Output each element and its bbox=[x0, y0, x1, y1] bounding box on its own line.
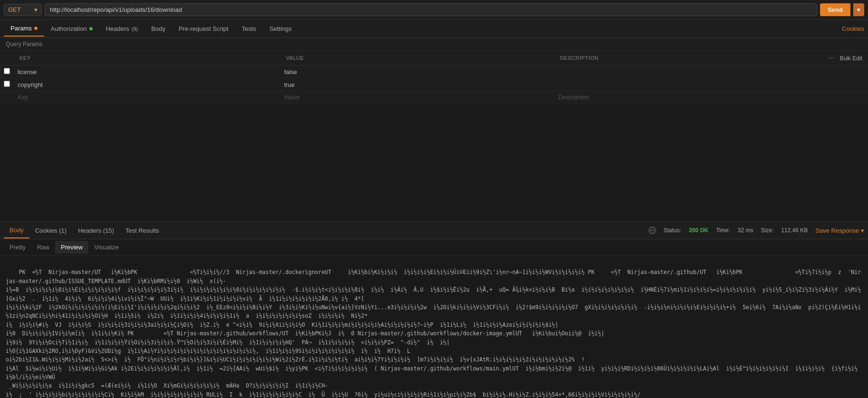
cookies-tab-label: Cookies bbox=[35, 227, 57, 234]
col-header-key: KEY bbox=[14, 51, 280, 66]
empty-area bbox=[0, 104, 868, 221]
request-tabs: Params Authorization Headers (9) Body Pr… bbox=[0, 20, 868, 38]
desc-placeholder: Description bbox=[558, 94, 589, 101]
size-value: 112.46 KB bbox=[781, 227, 808, 234]
response-tab-headers[interactable]: Headers (15) bbox=[72, 223, 120, 238]
save-response-chevron-icon: ▾ bbox=[861, 227, 864, 234]
tab-headers-label: Headers bbox=[106, 25, 129, 32]
tab-authorization[interactable]: Authorization bbox=[44, 21, 99, 36]
row2-key[interactable]: copyright bbox=[14, 78, 280, 91]
tab-params[interactable]: Params bbox=[4, 21, 44, 37]
row1-description[interactable] bbox=[554, 66, 822, 78]
tab-headers[interactable]: Headers (9) bbox=[99, 21, 145, 36]
method-chevron-icon: ▾ bbox=[34, 6, 38, 13]
globe-icon bbox=[649, 227, 656, 234]
row2-actions bbox=[822, 78, 868, 91]
tab-params-label: Params bbox=[10, 25, 32, 32]
table-row: copyright true bbox=[0, 78, 868, 91]
response-bar: Body Cookies (1) Headers (15) Test Resul… bbox=[0, 221, 868, 239]
row2-checkbox-cell[interactable] bbox=[0, 78, 14, 91]
empty-desc-input[interactable]: Description bbox=[554, 91, 822, 104]
tab-settings-label: Settings bbox=[269, 25, 292, 32]
table-row-empty: Key Value Description bbox=[0, 91, 868, 104]
tab-authorization-label: Authorization bbox=[51, 25, 87, 32]
query-params-header: Query Params bbox=[0, 38, 868, 51]
cookies-tab-count: (1) bbox=[59, 227, 67, 234]
value-placeholder: Value bbox=[284, 94, 300, 101]
response-tab-test-results[interactable]: Test Results bbox=[120, 223, 165, 238]
col-header-description: DESCRIPTION bbox=[554, 51, 822, 66]
size-label: Size: bbox=[761, 227, 773, 234]
empty-key-input[interactable]: Key bbox=[14, 91, 280, 104]
tab-prerequest-label: Pre-request Script bbox=[179, 25, 229, 32]
status-label: Status: bbox=[664, 227, 681, 234]
view-tab-visualize[interactable]: Visualize bbox=[88, 241, 124, 254]
method-selector[interactable]: GET ▾ bbox=[4, 4, 42, 16]
empty-value-input[interactable]: Value bbox=[280, 91, 554, 104]
tab-tests[interactable]: Tests bbox=[235, 21, 263, 36]
send-button[interactable]: Send bbox=[820, 3, 850, 16]
row1-value[interactable]: false bbox=[280, 66, 554, 78]
params-table: KEY VALUE DESCRIPTION ··· Bulk Edit lice… bbox=[0, 51, 868, 104]
send-dropdown-button[interactable]: ▾ bbox=[853, 3, 864, 16]
col-header-value: VALUE bbox=[280, 51, 554, 66]
tab-tests-label: Tests bbox=[242, 25, 256, 32]
row1-checkbox-cell[interactable] bbox=[0, 66, 14, 78]
more-options-button[interactable]: ··· bbox=[828, 54, 834, 62]
response-tab-cookies[interactable]: Cookies (1) bbox=[29, 223, 72, 238]
cookies-link[interactable]: Cookies bbox=[842, 25, 864, 32]
view-tab-preview[interactable]: Preview bbox=[55, 241, 88, 254]
headers-tab-count: (15) bbox=[103, 227, 114, 234]
response-text: PK <½T Nirjas-master/UT i½Ki½bPK <½Ti½i½… bbox=[6, 269, 864, 398]
tab-prerequest[interactable]: Pre-request Script bbox=[172, 21, 235, 36]
row1-actions bbox=[822, 66, 868, 78]
app-layout: GET ▾ Send ▾ Params Authorization Header… bbox=[0, 0, 868, 398]
row2-value[interactable]: true bbox=[280, 78, 554, 91]
url-bar: GET ▾ Send ▾ bbox=[0, 0, 868, 20]
row1-key[interactable]: license bbox=[14, 66, 280, 78]
tab-settings[interactable]: Settings bbox=[263, 21, 298, 36]
time-value: 32 ms bbox=[738, 227, 754, 234]
key-placeholder: Key bbox=[18, 94, 28, 101]
tab-body[interactable]: Body bbox=[144, 21, 172, 36]
method-label: GET bbox=[8, 6, 21, 13]
bulk-edit-button[interactable]: Bulk Edit bbox=[840, 55, 862, 62]
save-response-button[interactable]: Save Response ▾ bbox=[815, 227, 864, 234]
view-tab-raw[interactable]: Raw bbox=[31, 241, 55, 254]
url-input[interactable] bbox=[45, 3, 817, 16]
row2-checkbox[interactable] bbox=[4, 81, 10, 87]
query-params-section: Query Params KEY VALUE DESCRIPTION ··· B… bbox=[0, 38, 868, 104]
response-status-info: Status: 200 OK Time: 32 ms Size: 112.46 … bbox=[649, 227, 864, 234]
headers-tab-label: Headers bbox=[78, 227, 101, 234]
params-dot bbox=[34, 27, 38, 30]
time-label: Time: bbox=[716, 227, 730, 234]
save-response-label: Save Response bbox=[815, 227, 859, 234]
status-value: 200 OK bbox=[689, 227, 708, 234]
row1-checkbox[interactable] bbox=[4, 68, 10, 74]
authorization-dot bbox=[89, 27, 93, 30]
headers-count: (9) bbox=[132, 26, 138, 32]
row2-description[interactable] bbox=[554, 78, 822, 91]
table-row: license false bbox=[0, 66, 868, 78]
tab-body-label: Body bbox=[151, 25, 165, 32]
view-tab-pretty[interactable]: Pretty bbox=[4, 241, 31, 254]
response-body-content: PK <½T Nirjas-master/UT i½Ki½bPK <½Ti½i½… bbox=[0, 256, 868, 398]
response-tab-body[interactable]: Body bbox=[4, 223, 29, 238]
view-tabs: Pretty Raw Preview Visualize bbox=[0, 239, 868, 256]
